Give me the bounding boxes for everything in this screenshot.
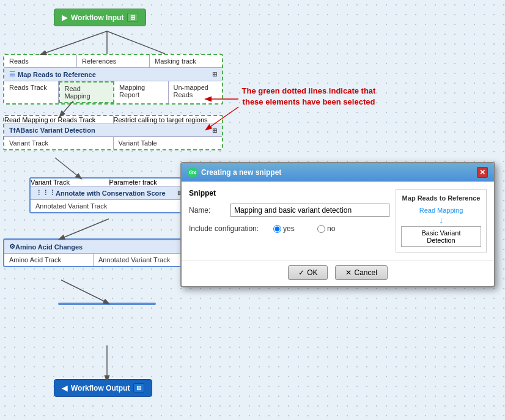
reads-track-output: Reads Track <box>4 81 59 103</box>
variant-table-output: Variant Table <box>114 137 223 149</box>
workflow-input-label: Workflow Input <box>71 13 123 22</box>
snippet-node1: Map Reads to Reference <box>401 194 481 202</box>
workflow-input-node: ▶ Workflow Input ⊞ <box>54 9 146 26</box>
workflow-output-label: Workflow Output <box>71 384 130 392</box>
radio-no[interactable] <box>317 225 325 233</box>
workflow-output-node: ◀ Workflow Output ⊞ <box>54 379 152 397</box>
workflow-input-icon: ▶ <box>62 13 67 22</box>
restrict-calling-input: Restrict calling to target regions <box>114 116 223 123</box>
annotate-icon: ⋮⋮⋮ <box>35 189 56 197</box>
map-reads-block: Reads References Masking track ☰ Map Rea… <box>3 54 223 105</box>
workflow-output-settings[interactable]: ⊞ <box>133 383 144 392</box>
read-mapping-input: Read Mapping or Reads Track <box>4 116 114 123</box>
annotate-block: Variant Track Parameter track ⋮⋮⋮ Annota… <box>29 177 188 213</box>
cancel-button[interactable]: ✕ Cancel <box>335 265 387 280</box>
read-mapping-output: Read Mapping <box>59 81 115 103</box>
annotate-title: Annotate with Conservation Score <box>56 190 166 197</box>
amino-block: Variant Track CDS track Sequence track m… <box>3 238 183 267</box>
map-reads-icon: ☰ <box>9 70 15 78</box>
variant-detection-title: Basic Variant Detection <box>20 127 95 134</box>
radio-yes-label[interactable]: yes <box>273 224 310 233</box>
annotation-text: The green dotted lines indicate that the… <box>238 86 379 108</box>
variant-track-annotate-input: Variant Track <box>31 179 109 186</box>
cancel-icon: ✕ <box>345 268 352 277</box>
snippet-arrow-icon: ↓ <box>401 215 481 225</box>
variant-settings[interactable]: ⊞ <box>212 127 217 134</box>
dialog-footer: ✓ OK ✕ Cancel <box>182 260 494 286</box>
annotated-variant-output: Annotated Variant Track <box>31 200 187 212</box>
snippet-node2: Basic Variant Detection <box>401 226 481 247</box>
snippet-connector: Read Mapping <box>401 207 481 214</box>
amino-title: Amino Acid Changes <box>15 243 83 251</box>
svg-line-4 <box>55 158 79 177</box>
name-label: Name: <box>189 206 226 215</box>
map-reads-title: Map Reads to Reference <box>18 71 96 78</box>
map-reads-settings[interactable]: ⊞ <box>212 71 217 78</box>
variant-icon: TfA <box>9 127 20 134</box>
masking-input: Masking track <box>150 55 222 67</box>
radio-group: yes no <box>273 224 354 233</box>
cancel-label: Cancel <box>354 268 377 277</box>
name-input[interactable] <box>230 204 389 217</box>
unmapped-output: Un-mapped Reads <box>169 81 223 103</box>
dialog-close-button[interactable]: ✕ <box>477 167 488 178</box>
radio-yes[interactable] <box>273 225 281 233</box>
snippet-dialog: Gx Creating a new snippet ✕ Snippet Name… <box>180 162 495 287</box>
variant-detection-block: Read Mapping or Reads Track Restrict cal… <box>3 115 223 150</box>
snippet-label: Snippet <box>189 189 389 197</box>
ok-button[interactable]: ✓ OK <box>288 265 328 280</box>
reads-input: Reads <box>4 55 77 67</box>
dialog-title: Creating a new snippet <box>201 168 281 177</box>
dialog-icon: Gx <box>188 168 197 177</box>
annotated-variant-amino-output: Annotated Variant Track <box>94 254 182 266</box>
parameter-track-input: Parameter track <box>109 179 188 186</box>
include-config-label: Include configuration: <box>189 224 268 233</box>
snippet-preview: Map Reads to Reference Read Mapping ↓ Ba… <box>396 189 487 252</box>
workflow-input-settings[interactable]: ⊞ <box>127 13 138 22</box>
ok-label: OK <box>307 268 317 277</box>
radio-no-label[interactable]: no <box>317 224 354 233</box>
svg-line-5 <box>61 219 109 238</box>
mapping-report-output: Mapping Report <box>114 81 169 103</box>
svg-line-6 <box>61 280 107 303</box>
svg-line-2 <box>107 31 165 54</box>
variant-track-output: Variant Track <box>4 137 114 149</box>
workflow-output-icon: ◀ <box>62 384 67 392</box>
amino-acid-track-output: Amino Acid Track <box>4 254 94 266</box>
dialog-titlebar: Gx Creating a new snippet ✕ <box>182 163 494 182</box>
svg-line-0 <box>43 31 107 54</box>
tracklist-block: Tracks ⚙ Create Track List Track List <box>58 303 156 305</box>
ok-icon: ✓ <box>298 268 304 277</box>
amino-icon: ⚙ <box>9 243 15 251</box>
references-input: References <box>77 55 150 67</box>
